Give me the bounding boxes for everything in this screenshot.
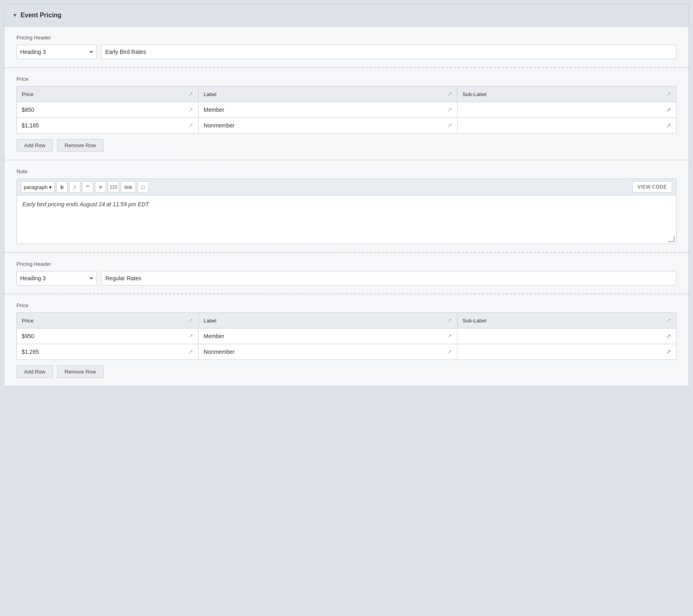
event-pricing-panel: ▼ Event Pricing Pricing Header Heading 1… — [4, 4, 689, 386]
pin-sublabel-2-1[interactable]: ⇗ — [666, 333, 671, 340]
table-header-row-1: Price ↗ Label ↗ Sub-Labe — [17, 86, 677, 102]
pin-sublabel-header-1[interactable]: ↗ — [666, 90, 671, 98]
pin-label-2-2[interactable]: ↗ — [447, 348, 452, 355]
price-value-1-2: $1,185 — [22, 122, 39, 129]
heading-select-1[interactable]: Heading 1 Heading 2 Heading 3 Heading 4 … — [16, 45, 97, 59]
th-label-label-1: Label — [203, 91, 216, 97]
label-value-1-2: Nonmember — [203, 122, 234, 129]
pin-sublabel-1-1[interactable]: ⇗ — [666, 106, 671, 113]
ordered-list-button[interactable]: 123 — [108, 181, 119, 193]
pin-price-header-1[interactable]: ↗ — [188, 90, 193, 98]
label-value-2-2: Nonmember — [203, 349, 234, 355]
editor-content[interactable]: Early bird pricing ends August 24 at 11:… — [17, 195, 676, 244]
th-label-1: Label ↗ — [199, 86, 457, 102]
add-row-button-1[interactable]: Add Row — [16, 139, 53, 152]
td-label-2-1: Member ↗ — [199, 329, 457, 344]
th-sublabel-label-2: Sub-Label — [462, 318, 486, 324]
pricing-header-label-1: Pricing Header — [16, 35, 677, 41]
price-label-1: Price — [16, 76, 677, 82]
th-price-label-2: Price — [22, 318, 34, 324]
pin-sublabel-2-2[interactable]: ⇗ — [666, 348, 671, 355]
pin-label-1-1[interactable]: ↗ — [447, 106, 452, 113]
pin-label-header-2[interactable]: ↗ — [447, 317, 452, 324]
pin-sublabel-1-2[interactable]: ⇗ — [666, 122, 671, 129]
th-label-label-2: Label — [203, 318, 216, 324]
td-price-1-1: $850 ↗ — [17, 102, 199, 118]
add-row-button-2[interactable]: Add Row — [16, 365, 53, 378]
td-price-2-1: $950 ↗ — [17, 329, 199, 344]
table-row: $1,285 ↗ Nonmember ↗ — [17, 344, 677, 360]
pricing-header-row-1: Heading 1 Heading 2 Heading 3 Heading 4 … — [16, 45, 677, 59]
pin-price-2-1[interactable]: ↗ — [188, 333, 193, 340]
section-price-table-2: Price Price ↗ Label ↗ — [4, 294, 689, 386]
heading-text-input-2[interactable] — [101, 271, 677, 285]
pin-price-header-2[interactable]: ↗ — [188, 317, 193, 324]
link-button[interactable]: link — [121, 181, 136, 193]
table-header-row-2: Price ↗ Label ↗ Sub-Labe — [17, 313, 677, 329]
unordered-list-button[interactable]: ≡ — [95, 181, 106, 193]
price-table-2: Price ↗ Label ↗ Sub-Labe — [16, 312, 677, 360]
paragraph-dropdown-icon: ▾ — [49, 184, 52, 190]
td-sublabel-1-2: ⇗ — [457, 118, 677, 133]
paragraph-label: paragraph — [24, 184, 47, 190]
table-row: $850 ↗ Member ↗ — [17, 102, 677, 118]
td-sublabel-2-2: ⇗ — [457, 344, 677, 360]
pin-sublabel-header-2[interactable]: ↗ — [666, 317, 671, 324]
table-row: $950 ↗ Member ↗ — [17, 329, 677, 344]
pricing-header-label-2: Pricing Header — [16, 261, 677, 267]
pin-price-1-2[interactable]: ↗ — [188, 122, 193, 129]
italic-button[interactable]: i — [69, 181, 80, 193]
paragraph-select[interactable]: paragraph ▾ — [21, 181, 55, 193]
td-label-1-1: Member ↗ — [199, 102, 457, 118]
price-table-1: Price ↗ Label ↗ Sub-Labe — [16, 86, 677, 133]
panel-title: Event Pricing — [21, 12, 62, 19]
remove-row-button-2[interactable]: Remove Row — [57, 365, 104, 378]
heading-text-input-1[interactable] — [101, 45, 677, 59]
section-price-table-1: Price Price ↗ Label ↗ — [4, 68, 689, 160]
price-value-2-1: $950 — [22, 333, 34, 339]
blockquote-button[interactable]: ““ — [82, 181, 93, 193]
editor-toolbar: paragraph ▾ b i ““ ≡ 123 link □ VIEW COD… — [17, 179, 676, 195]
label-value-2-1: Member — [203, 333, 224, 339]
table-row: $1,185 ↗ Nonmember ↗ — [17, 118, 677, 133]
rich-text-editor: paragraph ▾ b i ““ ≡ 123 link □ VIEW COD… — [16, 179, 677, 244]
price-label-2: Price — [16, 302, 677, 308]
td-label-2-2: Nonmember ↗ — [199, 344, 457, 360]
section-pricing-header-1: Pricing Header Heading 1 Heading 2 Headi… — [4, 27, 689, 68]
th-sublabel-2: Sub-Label ↗ — [457, 313, 677, 329]
image-button[interactable]: □ — [137, 181, 149, 193]
section-pricing-header-2: Pricing Header Heading 1 Heading 2 Headi… — [4, 253, 689, 294]
table-actions-1: Add Row Remove Row — [16, 139, 677, 152]
pin-label-header-1[interactable]: ↗ — [447, 90, 452, 98]
label-value-1-1: Member — [203, 107, 224, 113]
panel-header: ▼ Event Pricing — [4, 4, 689, 27]
pin-price-2-2[interactable]: ↗ — [188, 348, 193, 355]
bold-button[interactable]: b — [56, 181, 68, 193]
price-value-2-2: $1,285 — [22, 349, 39, 355]
pin-label-1-2[interactable]: ↗ — [447, 122, 452, 129]
table-actions-2: Add Row Remove Row — [16, 365, 677, 378]
note-label: Note — [16, 168, 677, 175]
pin-label-2-1[interactable]: ↗ — [447, 333, 452, 340]
pin-price-1-1[interactable]: ↗ — [188, 106, 193, 113]
td-label-1-2: Nonmember ↗ — [199, 118, 457, 133]
th-price-label-1: Price — [22, 91, 34, 97]
th-label-2: Label ↗ — [199, 313, 457, 329]
th-price-2: Price ↗ — [17, 313, 199, 329]
th-price-1: Price ↗ — [17, 86, 199, 102]
panel-body: Pricing Header Heading 1 Heading 2 Headi… — [4, 27, 689, 386]
th-sublabel-label-1: Sub-Label — [462, 91, 486, 97]
remove-row-button-1[interactable]: Remove Row — [57, 139, 104, 152]
td-price-1-2: $1,185 ↗ — [17, 118, 199, 133]
editor-text: Early bird pricing ends August 24 at 11:… — [23, 201, 149, 207]
th-sublabel-1: Sub-Label ↗ — [457, 86, 677, 102]
td-sublabel-1-1: ⇗ — [457, 102, 677, 118]
price-value-1-1: $850 — [22, 107, 34, 113]
view-code-button[interactable]: VIEW CODE — [632, 181, 672, 193]
section-note: Note paragraph ▾ b i ““ ≡ 123 link □ VIE… — [4, 160, 689, 253]
heading-select-2[interactable]: Heading 1 Heading 2 Heading 3 Heading 4 … — [16, 271, 97, 285]
td-price-2-2: $1,285 ↗ — [17, 344, 199, 360]
td-sublabel-2-1: ⇗ — [457, 329, 677, 344]
collapse-icon[interactable]: ▼ — [12, 12, 17, 18]
pricing-header-row-2: Heading 1 Heading 2 Heading 3 Heading 4 … — [16, 271, 677, 285]
